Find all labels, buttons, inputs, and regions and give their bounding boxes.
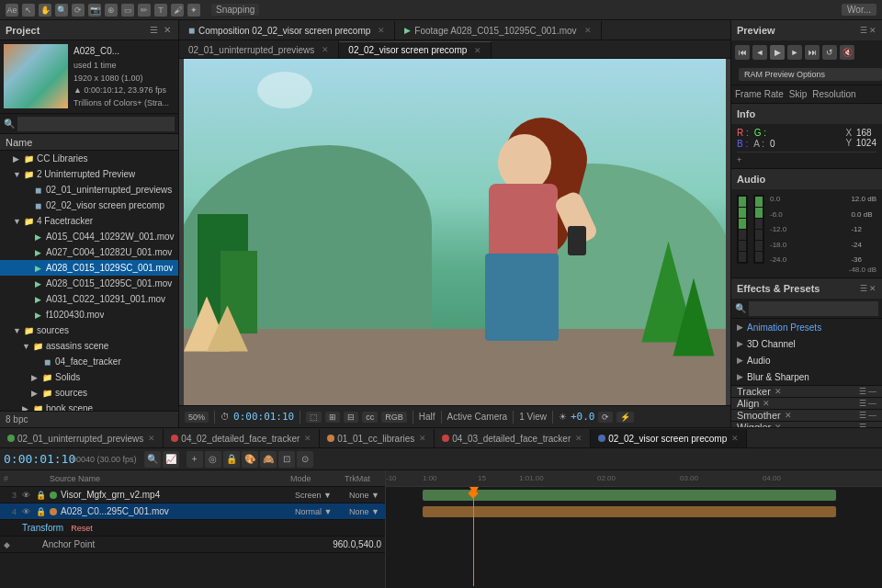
footage-tab-close[interactable]: ✕	[584, 26, 592, 35]
tl-tab-03-close[interactable]: ✕	[419, 434, 426, 443]
layer-3-trkmat[interactable]: None ▼	[349, 491, 381, 500]
preview-first-btn[interactable]: ⏮	[735, 45, 750, 60]
subtab-01[interactable]: 02_01_uninterrupted_previews ✕	[179, 41, 339, 58]
align-expand-icon[interactable]: ✕	[763, 399, 770, 408]
zoom-button[interactable]: 50%	[185, 412, 209, 423]
tl-bar-layer-4[interactable]	[423, 506, 836, 517]
smoother-menu-icon[interactable]: ☰	[859, 411, 866, 420]
tool-hand[interactable]: ✋	[39, 4, 51, 17]
tracker-expand-icon[interactable]: ✕	[775, 387, 782, 396]
tool-anchor[interactable]: ⊕	[105, 4, 118, 17]
tree-item-face_tracker[interactable]: ◼04_face_tracker	[0, 354, 178, 369]
tree-item-facetracker[interactable]: ▼📁4 Facetracker	[0, 213, 178, 229]
tl-motion-blur-btn[interactable]: ⊙	[297, 451, 313, 468]
tree-item-solids1[interactable]: ▶📁Solids	[0, 369, 178, 385]
layer-3-mode[interactable]: Screen ▼	[295, 491, 345, 500]
tl-tab-01-close[interactable]: ✕	[148, 434, 155, 443]
preview-loop-btn[interactable]: ↺	[822, 45, 837, 60]
comp-tab-close[interactable]: ✕	[378, 26, 385, 35]
preview-next-btn[interactable]: ►	[787, 45, 802, 60]
tool-mask[interactable]: ▭	[121, 4, 134, 17]
panel-close-icon[interactable]: ✕	[162, 25, 173, 36]
tl-frame-blending-btn[interactable]: ⊡	[278, 451, 295, 468]
fx-audio[interactable]: ▶ Audio	[731, 352, 882, 368]
preview-mute-btn[interactable]: 🔇	[840, 45, 854, 60]
tl-tab-03[interactable]: 01_01_cc_libraries ✕	[320, 429, 435, 447]
tool-text[interactable]: T	[154, 4, 167, 17]
tree-item-file5[interactable]: ▶A031_C022_10291_001.mov	[0, 291, 178, 307]
tl-tab-05-close[interactable]: ✕	[731, 434, 739, 443]
tl-new-comp-btn[interactable]: +	[187, 451, 203, 468]
tree-item-file4[interactable]: ▶A028_C015_10295C_001.mov	[0, 276, 178, 291]
grid-button[interactable]: ⊟	[344, 412, 358, 423]
effects-search-bar[interactable]: 🔍	[731, 299, 882, 319]
effects-close-icon[interactable]: ✕	[869, 284, 876, 293]
tool-select[interactable]: ↖	[22, 4, 35, 17]
tree-item-sources[interactable]: ▼📁sources	[0, 322, 178, 338]
tool-clone[interactable]: ✦	[187, 4, 200, 17]
region-button[interactable]: ⬚	[306, 412, 322, 423]
tl-color-btn[interactable]: 🎨	[242, 451, 258, 468]
tree-item-file3[interactable]: ▶A028_C015_1029SC_001.mov	[0, 260, 178, 276]
tl-search-btn[interactable]: 🔍	[144, 451, 161, 468]
fx-blur-sharpen[interactable]: ▶ Blur & Sharpen	[731, 368, 882, 385]
tl-lock-btn[interactable]: 🔒	[223, 451, 240, 468]
reset-exposure-button[interactable]: ⟳	[598, 412, 613, 423]
tool-paint[interactable]: 🖌	[171, 4, 184, 17]
preview-menu-icon[interactable]: ☰	[860, 26, 867, 35]
ram-preview-button[interactable]: RAM Preview Options	[739, 68, 882, 81]
preview-prev-btn[interactable]: ◄	[752, 45, 767, 60]
tree-item-file6[interactable]: ▶f1020430.mov	[0, 307, 178, 322]
tl-bar-layer-3[interactable]	[423, 490, 836, 501]
align-close-icon[interactable]: —	[868, 399, 876, 408]
tree-item-unint-preview[interactable]: ▼📁2 Uninterrupted Preview	[0, 166, 178, 182]
tl-playhead[interactable]	[473, 487, 474, 586]
preview-close-icon[interactable]: ✕	[869, 26, 876, 35]
transparency-button[interactable]: ⊞	[325, 412, 340, 423]
color-channel-button[interactable]: RGB	[381, 412, 407, 423]
tab-footage[interactable]: ▶ Footage A028_C015_10295C_001.mov ✕	[395, 21, 601, 40]
tl-tab-05[interactable]: 02_02_visor screen precomp ✕	[591, 429, 747, 447]
panel-menu-icon[interactable]: ☰	[148, 25, 159, 36]
subtab-01-close[interactable]: ✕	[322, 45, 329, 54]
fx-3d-channel[interactable]: ▶ 3D Channel	[731, 335, 882, 352]
tool-pen[interactable]: ✏	[138, 4, 151, 17]
layer-4-lock[interactable]: 🔒	[35, 506, 46, 517]
tree-item-file1[interactable]: ▶A015_C044_10292W_001.mov	[0, 229, 178, 244]
tl-tab-01[interactable]: 02_01_uninterrupted_previews ✕	[0, 429, 164, 447]
tree-item-sources2[interactable]: ▶📁sources	[0, 385, 178, 401]
tl-timecode[interactable]: 0:00:01:10	[4, 452, 68, 466]
composition-view[interactable]	[179, 59, 730, 405]
layer-4-eye[interactable]: 👁	[20, 506, 31, 517]
fast-preview-button[interactable]: ⚡	[616, 412, 634, 423]
layer-4-trkmat[interactable]: None ▼	[349, 507, 381, 516]
tree-item-cc-lib[interactable]: ▶📁CC Libraries	[0, 151, 178, 166]
layer-3-lock[interactable]: 🔒	[35, 490, 46, 501]
tl-tab-04[interactable]: 04_03_detailed_face_tracker ✕	[435, 429, 591, 447]
tl-tab-02-close[interactable]: ✕	[304, 434, 311, 443]
project-search-input[interactable]	[17, 117, 175, 131]
tree-item-comp2[interactable]: ◼02_02_visor screen precomp	[0, 198, 178, 213]
tree-item-assasins[interactable]: ▼📁assasins scene	[0, 338, 178, 354]
tree-item-book_scene[interactable]: ▶📁book scene	[0, 401, 178, 411]
tree-item-file2[interactable]: ▶A027_C004_10282U_001.mov	[0, 244, 178, 260]
tool-rotate[interactable]: ⟳	[72, 4, 85, 17]
layer-4-mode[interactable]: Normal ▼	[295, 507, 345, 516]
tl-tab-04-close[interactable]: ✕	[575, 434, 582, 443]
fx-animation-presets[interactable]: ▶ Animation Presets	[731, 319, 882, 335]
effects-menu-icon[interactable]: ☰	[860, 284, 867, 293]
transform-reset-btn[interactable]: Reset	[71, 524, 93, 533]
tracker-menu-icon[interactable]: ☰	[859, 387, 866, 396]
tab-composition[interactable]: ◼ Composition 02_02_visor screen precomp…	[179, 21, 395, 40]
tool-zoom[interactable]: 🔍	[55, 4, 68, 17]
cc-button[interactable]: cc	[362, 412, 378, 423]
workspace-button[interactable]: Wor...	[842, 4, 876, 16]
preview-last-btn[interactable]: ⏭	[805, 45, 820, 60]
tree-item-comp1[interactable]: ◼02_01_uninterrupted_previews	[0, 182, 178, 198]
snapping-button[interactable]: Snapping	[211, 4, 259, 16]
tracker-close-icon[interactable]: —	[868, 387, 876, 396]
tl-solo-btn[interactable]: ◎	[205, 451, 221, 468]
subtab-02-close[interactable]: ✕	[474, 46, 481, 55]
subtab-02[interactable]: 02_02_visor screen precomp ✕	[339, 41, 492, 58]
project-search-bar[interactable]: 🔍	[0, 114, 178, 134]
